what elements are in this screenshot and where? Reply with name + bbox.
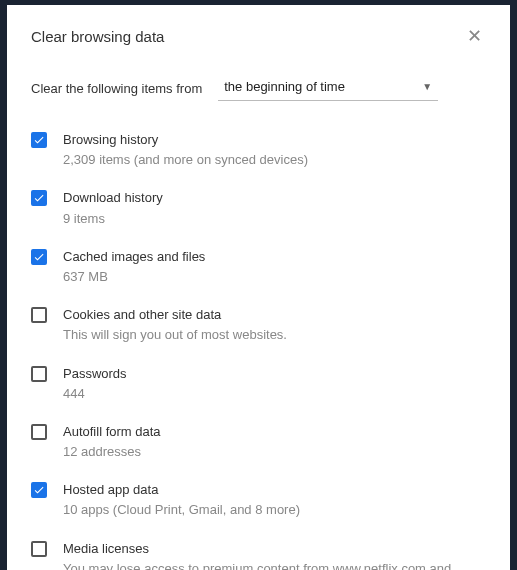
item-sub: 2,309 items (and more on synced devices) xyxy=(63,151,486,169)
item-sub: This will sign you out of most websites. xyxy=(63,326,486,344)
checkbox[interactable] xyxy=(31,190,47,206)
item-text: Cached images and files637 MB xyxy=(63,248,486,286)
item-row: Media licensesYou may lose access to pre… xyxy=(31,530,486,570)
item-row: Download history9 items xyxy=(31,179,486,237)
item-text: Cookies and other site dataThis will sig… xyxy=(63,306,486,344)
timerange-label: Clear the following items from xyxy=(31,81,202,96)
item-row: Cached images and files637 MB xyxy=(31,238,486,296)
item-row: Cookies and other site dataThis will sig… xyxy=(31,296,486,354)
item-sub: 637 MB xyxy=(63,268,486,286)
checkbox[interactable] xyxy=(31,132,47,148)
item-row: Passwords444 xyxy=(31,355,486,413)
item-title: Download history xyxy=(63,189,486,207)
item-text: Browsing history2,309 items (and more on… xyxy=(63,131,486,169)
item-text: Passwords444 xyxy=(63,365,486,403)
checkbox[interactable] xyxy=(31,482,47,498)
item-row: Browsing history2,309 items (and more on… xyxy=(31,121,486,179)
timerange-value: the beginning of time xyxy=(224,79,345,94)
checkbox[interactable] xyxy=(31,424,47,440)
clear-browsing-data-dialog: Clear browsing data ✕ Clear the followin… xyxy=(7,5,510,570)
dialog-title: Clear browsing data xyxy=(31,28,164,45)
item-row: Autofill form data12 addresses xyxy=(31,413,486,471)
checkbox[interactable] xyxy=(31,249,47,265)
item-title: Media licenses xyxy=(63,540,486,558)
item-sub: You may lose access to premium content f… xyxy=(63,560,486,570)
item-text: Hosted app data10 apps (Cloud Print, Gma… xyxy=(63,481,486,519)
close-icon: ✕ xyxy=(467,26,482,46)
dialog-header: Clear browsing data ✕ xyxy=(7,5,510,57)
item-sub: 10 apps (Cloud Print, Gmail, and 8 more) xyxy=(63,501,486,519)
checkbox[interactable] xyxy=(31,541,47,557)
item-sub: 9 items xyxy=(63,210,486,228)
item-sub: 12 addresses xyxy=(63,443,486,461)
timerange-row: Clear the following items from the begin… xyxy=(7,57,510,111)
timerange-select[interactable]: the beginning of time ▼ xyxy=(218,75,438,101)
item-title: Browsing history xyxy=(63,131,486,149)
item-row: Hosted app data10 apps (Cloud Print, Gma… xyxy=(31,471,486,529)
item-title: Hosted app data xyxy=(63,481,486,499)
item-title: Cached images and files xyxy=(63,248,486,266)
item-title: Passwords xyxy=(63,365,486,383)
item-text: Media licensesYou may lose access to pre… xyxy=(63,540,486,570)
item-title: Autofill form data xyxy=(63,423,486,441)
chevron-down-icon: ▼ xyxy=(422,81,432,92)
item-text: Download history9 items xyxy=(63,189,486,227)
checkbox[interactable] xyxy=(31,366,47,382)
item-title: Cookies and other site data xyxy=(63,306,486,324)
item-sub: 444 xyxy=(63,385,486,403)
items-list: Browsing history2,309 items (and more on… xyxy=(7,111,510,570)
close-button[interactable]: ✕ xyxy=(463,23,486,49)
checkbox[interactable] xyxy=(31,307,47,323)
item-text: Autofill form data12 addresses xyxy=(63,423,486,461)
